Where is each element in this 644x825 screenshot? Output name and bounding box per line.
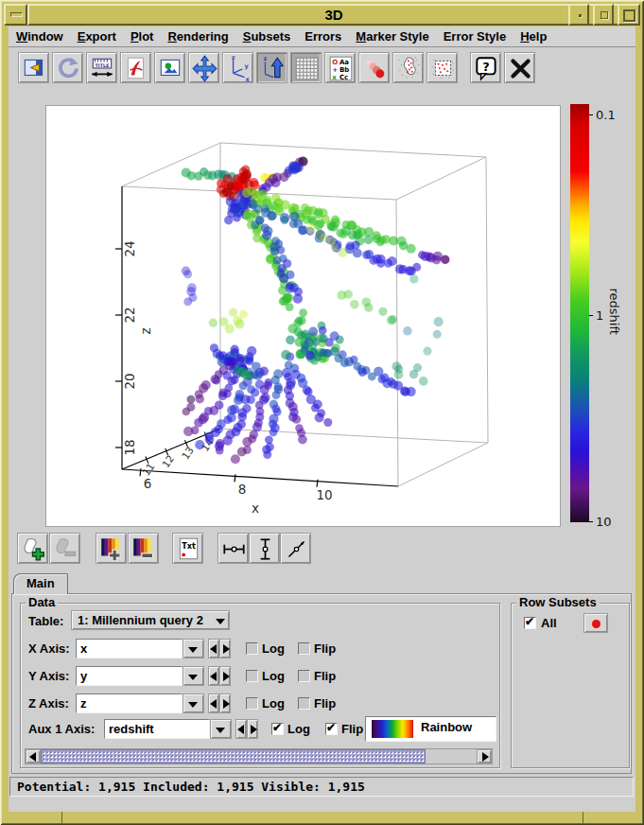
svg-text:x: x bbox=[252, 500, 259, 516]
svg-text:11: 11 bbox=[140, 461, 157, 478]
aux-log-label: Log bbox=[287, 722, 310, 736]
scroll-right-button[interactable] bbox=[477, 749, 492, 764]
menu-export[interactable]: Export bbox=[74, 29, 120, 44]
chevron-right-icon bbox=[223, 699, 230, 709]
help-button[interactable]: ? bbox=[470, 52, 501, 83]
flip-checkbox[interactable] bbox=[298, 670, 310, 682]
chevron-right-icon bbox=[223, 644, 230, 654]
menu-window[interactable]: Window bbox=[12, 29, 67, 44]
axis-y-next-button[interactable] bbox=[219, 666, 231, 686]
axis-z-next-button[interactable] bbox=[219, 693, 231, 713]
log-checkbox[interactable] bbox=[246, 697, 258, 710]
colorbar-tick bbox=[589, 521, 593, 522]
log-checkbox[interactable] bbox=[246, 642, 258, 655]
check-icon: ✔ bbox=[525, 615, 534, 628]
axis-z-prev-button[interactable] bbox=[208, 693, 219, 713]
aux-axis-prev-button[interactable] bbox=[235, 719, 247, 739]
row-subsets-title: Row Subsets bbox=[516, 596, 600, 609]
add-subset-button[interactable] bbox=[17, 533, 48, 564]
add-aux-button[interactable] bbox=[96, 533, 127, 564]
scrollbar-track[interactable] bbox=[426, 749, 477, 764]
axis-x-field[interactable]: x bbox=[76, 639, 183, 658]
magic-capsule-button[interactable] bbox=[358, 52, 390, 83]
axis-x-next-button[interactable] bbox=[219, 639, 231, 658]
colorbar-tick-label: 10 bbox=[596, 515, 612, 529]
aux-axis-next-button[interactable] bbox=[247, 719, 258, 739]
axis-z-drop-button[interactable] bbox=[183, 693, 204, 713]
remove-subset-button[interactable] bbox=[49, 533, 80, 564]
axis-y-prev-button[interactable] bbox=[208, 666, 219, 686]
menu-help[interactable]: Help bbox=[516, 29, 550, 44]
maximize-icon bbox=[623, 9, 635, 22]
menu-marker-style[interactable]: Marker Style bbox=[352, 29, 432, 44]
subset-checkbox[interactable]: ✔ bbox=[524, 617, 536, 629]
stay-upright-button[interactable]: z bbox=[256, 52, 287, 83]
table-combobox[interactable]: 1: Millennium query 2 bbox=[71, 610, 230, 630]
x-errors-button[interactable] bbox=[218, 533, 249, 564]
menu-error-style[interactable]: Error Style bbox=[440, 29, 510, 44]
log-label: Log bbox=[262, 641, 285, 656]
log-checkbox[interactable] bbox=[246, 670, 258, 682]
add-label-button[interactable]: Txt bbox=[172, 533, 203, 564]
y-errors-button[interactable] bbox=[249, 533, 280, 564]
maximize-button[interactable] bbox=[618, 4, 640, 26]
plot-area[interactable]: 18202224z6810x11121314 bbox=[45, 105, 561, 527]
flip-checkbox[interactable] bbox=[298, 642, 310, 655]
row-subsets-panel: Row Subsets ✔All bbox=[511, 603, 630, 768]
axis-y-drop-button[interactable] bbox=[183, 666, 204, 686]
z-errors-button[interactable] bbox=[280, 533, 311, 564]
export-pdf-button[interactable] bbox=[120, 52, 151, 83]
scroll-left-button[interactable] bbox=[26, 749, 41, 764]
frame-joint bbox=[583, 812, 583, 824]
chevron-down-icon bbox=[188, 675, 198, 685]
axis-x-drop-button[interactable] bbox=[183, 639, 204, 658]
close-button[interactable] bbox=[504, 52, 535, 83]
title-bar[interactable]: 3D bbox=[27, 4, 640, 26]
flip-checkbox[interactable] bbox=[298, 697, 310, 710]
menu-subsets[interactable]: Subsets bbox=[239, 29, 295, 44]
colorbar-tick bbox=[589, 315, 593, 316]
aux-log-checkbox[interactable]: ✔ bbox=[271, 723, 284, 735]
data-panel-title: Data bbox=[26, 596, 58, 609]
scrollbar-thumb[interactable] bbox=[41, 749, 426, 764]
flip-label: Flip bbox=[314, 641, 336, 656]
shader-combobox[interactable]: Rainbow bbox=[365, 716, 496, 742]
svg-text:+: + bbox=[332, 66, 338, 74]
export-image-button[interactable] bbox=[154, 52, 185, 83]
aux-axis-field[interactable]: redshift bbox=[104, 719, 210, 739]
remove-aux-button[interactable] bbox=[128, 533, 159, 564]
aux-axis-drop-button[interactable] bbox=[210, 719, 232, 739]
grid-button[interactable] bbox=[290, 52, 322, 83]
menu-errors[interactable]: Errors bbox=[301, 29, 345, 44]
menu-plot[interactable]: Plot bbox=[127, 29, 158, 44]
chevron-left-icon bbox=[210, 644, 217, 654]
svg-text:Bb: Bb bbox=[339, 66, 349, 74]
subset-marker-dot bbox=[592, 620, 600, 628]
svg-text:10: 10 bbox=[316, 487, 332, 502]
axes-orient-button[interactable]: zyx bbox=[222, 52, 253, 83]
replot-button[interactable] bbox=[52, 52, 83, 83]
axis-z-field[interactable]: z bbox=[76, 693, 183, 713]
pan-button[interactable] bbox=[188, 52, 219, 83]
menu-rendering[interactable]: Rendering bbox=[164, 29, 232, 44]
subset-marker-button[interactable] bbox=[583, 613, 608, 633]
axis-ranges-button[interactable]: TITLE bbox=[86, 52, 117, 83]
horizontal-scrollbar[interactable] bbox=[25, 748, 493, 764]
export-window-button[interactable] bbox=[18, 52, 49, 83]
colorbar-axis-label: redshift bbox=[607, 289, 621, 342]
minimize-button[interactable] bbox=[568, 4, 589, 26]
axis-y-field[interactable]: y bbox=[76, 666, 183, 686]
chevron-left-icon bbox=[237, 725, 244, 734]
marker-styles-button[interactable]: OAa+BbxCc bbox=[324, 52, 356, 83]
svg-text:6: 6 bbox=[144, 476, 152, 491]
axis-x-prev-button[interactable] bbox=[208, 639, 219, 658]
region-subset-button[interactable] bbox=[426, 52, 458, 83]
aux-flip-label: Flip bbox=[341, 722, 363, 736]
blob-subset-button[interactable] bbox=[392, 52, 424, 83]
tab-main[interactable]: Main bbox=[13, 573, 68, 594]
svg-text:12: 12 bbox=[160, 452, 177, 469]
shader-swatch bbox=[372, 720, 413, 738]
restore-button[interactable] bbox=[593, 4, 614, 26]
aux-flip-checkbox[interactable]: ✔ bbox=[325, 723, 338, 735]
window-menu-button[interactable] bbox=[4, 4, 27, 26]
